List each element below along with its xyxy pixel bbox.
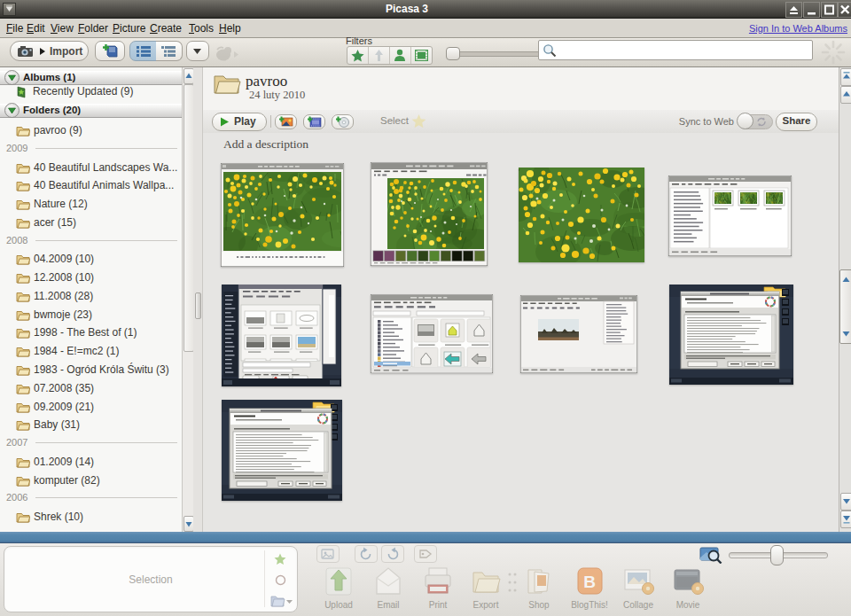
svg-text:B: B <box>583 573 596 591</box>
